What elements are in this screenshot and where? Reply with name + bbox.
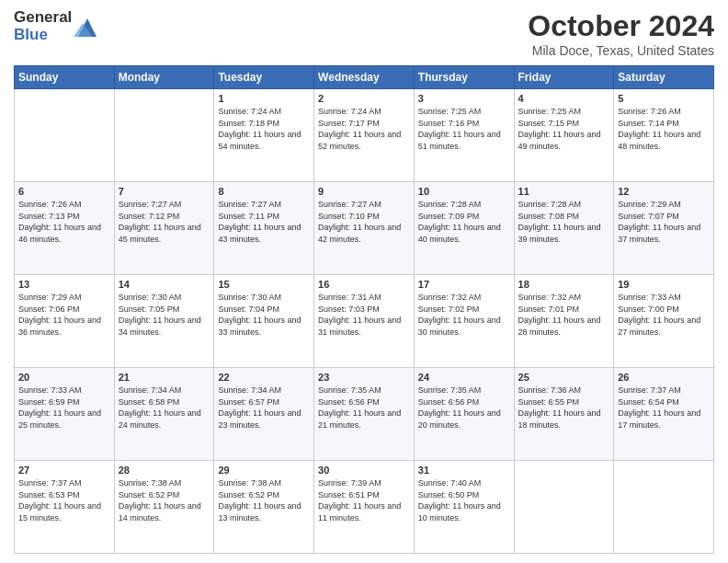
- day-cell: 12Sunrise: 7:29 AM Sunset: 7:07 PM Dayli…: [614, 182, 714, 275]
- day-number: 11: [518, 186, 610, 197]
- month-title: October 2024: [528, 9, 714, 43]
- day-number: 16: [318, 279, 410, 290]
- day-cell: 15Sunrise: 7:30 AM Sunset: 7:04 PM Dayli…: [214, 275, 314, 368]
- day-info: Sunrise: 7:39 AM Sunset: 6:51 PM Dayligh…: [318, 477, 410, 523]
- logo-icon: [74, 14, 101, 41]
- day-number: 23: [318, 372, 410, 383]
- day-number: 29: [218, 465, 310, 476]
- day-cell: 24Sunrise: 7:35 AM Sunset: 6:56 PM Dayli…: [414, 368, 514, 461]
- logo-general: General: [14, 9, 72, 27]
- day-cell: 29Sunrise: 7:38 AM Sunset: 6:52 PM Dayli…: [214, 461, 314, 554]
- day-cell: 16Sunrise: 7:31 AM Sunset: 7:03 PM Dayli…: [314, 275, 415, 368]
- day-number: 14: [119, 279, 210, 290]
- day-cell: [514, 461, 614, 554]
- day-info: Sunrise: 7:33 AM Sunset: 6:59 PM Dayligh…: [18, 385, 110, 431]
- day-number: 31: [418, 465, 510, 476]
- day-header-saturday: Saturday: [614, 66, 714, 89]
- day-cell: 26Sunrise: 7:37 AM Sunset: 6:54 PM Dayli…: [614, 368, 714, 461]
- header: General Blue October 2024 Mila Doce, Tex…: [14, 9, 714, 58]
- day-number: 13: [18, 279, 110, 290]
- day-cell: 21Sunrise: 7:34 AM Sunset: 6:58 PM Dayli…: [114, 368, 214, 461]
- day-cell: 7Sunrise: 7:27 AM Sunset: 7:12 PM Daylig…: [114, 182, 214, 275]
- day-number: 28: [119, 465, 210, 476]
- day-cell: 4Sunrise: 7:25 AM Sunset: 7:15 PM Daylig…: [514, 89, 614, 182]
- day-info: Sunrise: 7:34 AM Sunset: 6:58 PM Dayligh…: [119, 385, 210, 431]
- title-block: October 2024 Mila Doce, Texas, United St…: [528, 9, 714, 58]
- day-cell: 9Sunrise: 7:27 AM Sunset: 7:10 PM Daylig…: [314, 182, 415, 275]
- logo: General Blue: [14, 9, 101, 43]
- day-cell: 22Sunrise: 7:34 AM Sunset: 6:57 PM Dayli…: [214, 368, 314, 461]
- day-number: 3: [418, 93, 510, 104]
- day-header-tuesday: Tuesday: [214, 66, 314, 89]
- day-info: Sunrise: 7:34 AM Sunset: 6:57 PM Dayligh…: [218, 385, 310, 431]
- day-number: 20: [18, 372, 110, 383]
- day-header-friday: Friday: [514, 66, 614, 89]
- day-info: Sunrise: 7:29 AM Sunset: 7:07 PM Dayligh…: [618, 199, 710, 245]
- day-cell: 25Sunrise: 7:36 AM Sunset: 6:55 PM Dayli…: [514, 368, 614, 461]
- day-info: Sunrise: 7:27 AM Sunset: 7:10 PM Dayligh…: [318, 199, 410, 245]
- day-info: Sunrise: 7:26 AM Sunset: 7:14 PM Dayligh…: [618, 106, 710, 152]
- day-info: Sunrise: 7:24 AM Sunset: 7:17 PM Dayligh…: [318, 106, 410, 152]
- day-info: Sunrise: 7:37 AM Sunset: 6:54 PM Dayligh…: [618, 385, 710, 431]
- day-number: 6: [18, 186, 110, 197]
- location: Mila Doce, Texas, United States: [528, 43, 714, 58]
- day-cell: [614, 461, 714, 554]
- day-number: 9: [318, 186, 410, 197]
- day-number: 7: [119, 186, 210, 197]
- day-number: 26: [618, 372, 710, 383]
- day-cell: [15, 89, 115, 182]
- day-info: Sunrise: 7:24 AM Sunset: 7:18 PM Dayligh…: [218, 106, 310, 152]
- week-row-3: 20Sunrise: 7:33 AM Sunset: 6:59 PM Dayli…: [15, 368, 714, 461]
- day-info: Sunrise: 7:27 AM Sunset: 7:12 PM Dayligh…: [119, 199, 210, 245]
- day-header-monday: Monday: [114, 66, 214, 89]
- day-cell: 10Sunrise: 7:28 AM Sunset: 7:09 PM Dayli…: [414, 182, 514, 275]
- page: General Blue October 2024 Mila Doce, Tex…: [0, 0, 728, 563]
- day-number: 21: [119, 372, 210, 383]
- day-number: 24: [418, 372, 510, 383]
- logo-text: General Blue: [14, 9, 72, 43]
- day-info: Sunrise: 7:25 AM Sunset: 7:15 PM Dayligh…: [518, 106, 610, 152]
- day-number: 19: [618, 279, 710, 290]
- day-info: Sunrise: 7:31 AM Sunset: 7:03 PM Dayligh…: [318, 292, 410, 338]
- day-cell: 13Sunrise: 7:29 AM Sunset: 7:06 PM Dayli…: [15, 275, 115, 368]
- day-number: 27: [18, 465, 110, 476]
- day-number: 4: [518, 93, 610, 104]
- day-info: Sunrise: 7:32 AM Sunset: 7:02 PM Dayligh…: [418, 292, 510, 338]
- week-row-1: 6Sunrise: 7:26 AM Sunset: 7:13 PM Daylig…: [15, 182, 714, 275]
- day-info: Sunrise: 7:27 AM Sunset: 7:11 PM Dayligh…: [218, 199, 310, 245]
- day-info: Sunrise: 7:28 AM Sunset: 7:08 PM Dayligh…: [518, 199, 610, 245]
- day-info: Sunrise: 7:29 AM Sunset: 7:06 PM Dayligh…: [18, 292, 110, 338]
- day-cell: 3Sunrise: 7:25 AM Sunset: 7:16 PM Daylig…: [414, 89, 514, 182]
- day-info: Sunrise: 7:30 AM Sunset: 7:04 PM Dayligh…: [218, 292, 310, 338]
- week-row-0: 1Sunrise: 7:24 AM Sunset: 7:18 PM Daylig…: [15, 89, 714, 182]
- week-row-4: 27Sunrise: 7:37 AM Sunset: 6:53 PM Dayli…: [15, 461, 714, 554]
- day-header-row: SundayMondayTuesdayWednesdayThursdayFrid…: [15, 66, 714, 89]
- day-cell: 8Sunrise: 7:27 AM Sunset: 7:11 PM Daylig…: [214, 182, 314, 275]
- day-cell: 23Sunrise: 7:35 AM Sunset: 6:56 PM Dayli…: [314, 368, 415, 461]
- day-cell: 20Sunrise: 7:33 AM Sunset: 6:59 PM Dayli…: [15, 368, 115, 461]
- day-number: 10: [418, 186, 510, 197]
- day-info: Sunrise: 7:28 AM Sunset: 7:09 PM Dayligh…: [418, 199, 510, 245]
- day-cell: 18Sunrise: 7:32 AM Sunset: 7:01 PM Dayli…: [514, 275, 614, 368]
- day-number: 25: [518, 372, 610, 383]
- day-header-sunday: Sunday: [15, 66, 115, 89]
- day-info: Sunrise: 7:38 AM Sunset: 6:52 PM Dayligh…: [119, 477, 210, 523]
- calendar-header: SundayMondayTuesdayWednesdayThursdayFrid…: [15, 66, 714, 89]
- day-number: 5: [618, 93, 710, 104]
- day-number: 30: [318, 465, 410, 476]
- day-cell: 1Sunrise: 7:24 AM Sunset: 7:18 PM Daylig…: [214, 89, 314, 182]
- day-cell: 30Sunrise: 7:39 AM Sunset: 6:51 PM Dayli…: [314, 461, 415, 554]
- day-info: Sunrise: 7:40 AM Sunset: 6:50 PM Dayligh…: [418, 477, 510, 523]
- day-cell: 6Sunrise: 7:26 AM Sunset: 7:13 PM Daylig…: [15, 182, 115, 275]
- day-cell: 5Sunrise: 7:26 AM Sunset: 7:14 PM Daylig…: [614, 89, 714, 182]
- day-info: Sunrise: 7:25 AM Sunset: 7:16 PM Dayligh…: [418, 106, 510, 152]
- day-cell: 28Sunrise: 7:38 AM Sunset: 6:52 PM Dayli…: [114, 461, 214, 554]
- week-row-2: 13Sunrise: 7:29 AM Sunset: 7:06 PM Dayli…: [15, 275, 714, 368]
- day-cell: 2Sunrise: 7:24 AM Sunset: 7:17 PM Daylig…: [314, 89, 415, 182]
- day-cell: [114, 89, 214, 182]
- day-number: 1: [218, 93, 310, 104]
- day-info: Sunrise: 7:30 AM Sunset: 7:05 PM Dayligh…: [119, 292, 210, 338]
- logo-blue: Blue: [14, 27, 72, 44]
- day-info: Sunrise: 7:35 AM Sunset: 6:56 PM Dayligh…: [318, 385, 410, 431]
- calendar-table: SundayMondayTuesdayWednesdayThursdayFrid…: [14, 65, 714, 554]
